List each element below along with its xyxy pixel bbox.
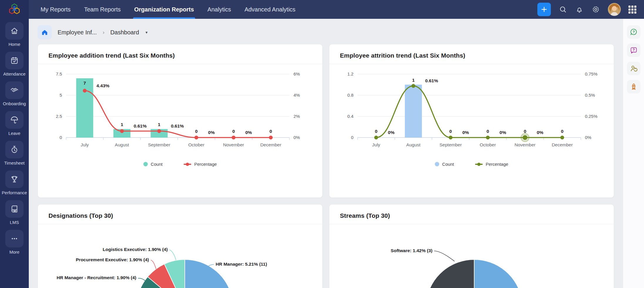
card-designations-pie: Designations (Top 30) Logistics Executiv… bbox=[38, 204, 323, 288]
legend-swatch bbox=[143, 162, 148, 166]
leave-icon bbox=[10, 115, 19, 124]
sidebar-item-label: Performance bbox=[2, 190, 27, 195]
svg-text:?: ? bbox=[633, 48, 635, 52]
svg-text:0.61%: 0.61% bbox=[171, 123, 184, 128]
svg-text:5: 5 bbox=[60, 93, 62, 98]
legend-label: Percentage bbox=[486, 162, 508, 167]
people-share-button[interactable] bbox=[627, 62, 640, 75]
top-navbar: My ReportsTeam ReportsOrganization Repor… bbox=[0, 0, 644, 19]
sidebar-item-leave[interactable]: Leave bbox=[5, 111, 24, 136]
svg-text:0: 0 bbox=[375, 129, 378, 134]
sidebar-item-onboarding[interactable]: Onboarding bbox=[3, 81, 26, 106]
help-bubble-button[interactable]: ? bbox=[627, 25, 640, 39]
svg-text:0: 0 bbox=[269, 129, 272, 134]
svg-text:0: 0 bbox=[195, 129, 198, 134]
svg-text:0.75%: 0.75% bbox=[585, 71, 598, 76]
svg-text:0: 0 bbox=[449, 129, 452, 134]
svg-text:October: October bbox=[480, 142, 496, 147]
pie-chart-svg: Software: 1.42% (3) bbox=[340, 224, 604, 288]
svg-text:1: 1 bbox=[412, 78, 415, 83]
breadcrumb-module[interactable]: Employee Inf... bbox=[58, 29, 97, 36]
tab-team-reports[interactable]: Team Reports bbox=[84, 0, 121, 19]
legend-item-count[interactable]: Count bbox=[435, 162, 454, 167]
tab-organization-reports[interactable]: Organization Reports bbox=[134, 0, 194, 19]
svg-text:0: 0 bbox=[60, 135, 62, 140]
card-title: Streams (Top 30) bbox=[340, 212, 603, 219]
sidebar-item-home[interactable]: Home bbox=[5, 22, 24, 47]
svg-text:August: August bbox=[406, 142, 421, 147]
performance-icon bbox=[10, 175, 19, 184]
legend-swatch bbox=[435, 162, 439, 166]
svg-text:Procurement Executive: 1.90% (: Procurement Executive: 1.90% (4) bbox=[76, 257, 149, 262]
attendance-icon bbox=[10, 56, 19, 65]
search-icon bbox=[559, 5, 567, 14]
svg-text:September: September bbox=[440, 142, 462, 147]
designations-pie-chart: Logistics Executive: 1.90% (4)Procuremen… bbox=[38, 224, 322, 288]
combo-chart-svg: 7.56%54%2.52%00%JulyAugustSeptemberOctob… bbox=[48, 64, 312, 159]
apps-grid-icon[interactable] bbox=[628, 6, 636, 14]
sidebar-item-lms[interactable]: LMS bbox=[5, 200, 24, 225]
sidebar-tile bbox=[5, 81, 24, 99]
sidebar-item-label: Home bbox=[9, 42, 20, 47]
employee-addition-chart: 7.56%54%2.52%00%JulyAugustSeptemberOctob… bbox=[38, 64, 322, 159]
card-streams-pie: Streams (Top 30) Software: 1.42% (3) bbox=[329, 204, 614, 288]
svg-text:0%: 0% bbox=[208, 130, 215, 135]
svg-text:0.8: 0.8 bbox=[347, 93, 353, 98]
svg-text:September: September bbox=[148, 142, 170, 147]
combo-chart-svg: 1.20.75%0.80.5%0.40.25%00%JulyAugustSept… bbox=[340, 64, 604, 159]
user-avatar[interactable] bbox=[608, 3, 621, 16]
tab-my-reports[interactable]: My Reports bbox=[41, 0, 71, 19]
svg-text:November: November bbox=[514, 142, 536, 147]
legend-item-percentage[interactable]: Percentage bbox=[475, 162, 508, 167]
legend-item-percentage[interactable]: Percentage bbox=[184, 162, 217, 167]
legend-item-count[interactable]: Count bbox=[143, 162, 162, 167]
home-icon bbox=[10, 26, 19, 35]
timesheet-icon bbox=[10, 145, 19, 154]
gear-button[interactable] bbox=[591, 5, 600, 14]
zoho-people-logo[interactable] bbox=[5, 1, 24, 19]
card-employee-attrition-trend: Employee attrition trend (Last Six Month… bbox=[329, 44, 614, 198]
sidebar-item-more[interactable]: More bbox=[5, 230, 24, 254]
faq-bubble-icon: ? bbox=[630, 46, 638, 54]
rocket-button[interactable] bbox=[627, 80, 640, 93]
bell-button[interactable] bbox=[575, 5, 584, 14]
breadcrumb-page[interactable]: Dashboard bbox=[110, 29, 139, 36]
add-button[interactable] bbox=[537, 3, 551, 16]
chart-legend: CountPercentage bbox=[329, 162, 614, 167]
bell-icon bbox=[575, 5, 583, 14]
dashboard-grid: Employee addition trend (Last Six Months… bbox=[29, 44, 623, 288]
svg-text:0.5%: 0.5% bbox=[585, 93, 595, 98]
sidebar-tile bbox=[5, 230, 24, 247]
tab-analytics[interactable]: Analytics bbox=[207, 0, 231, 19]
svg-text:0.61%: 0.61% bbox=[134, 123, 147, 128]
legend-label: Count bbox=[151, 162, 162, 167]
svg-text:December: December bbox=[552, 142, 573, 147]
breadcrumb-dropdown-caret[interactable]: ▾ bbox=[145, 30, 147, 35]
streams-pie-chart: Software: 1.42% (3) bbox=[329, 224, 614, 288]
sidebar-item-label: Onboarding bbox=[3, 101, 26, 106]
home-icon bbox=[41, 29, 48, 36]
tab-advanced-analytics[interactable]: Advanced Analytics bbox=[244, 0, 295, 19]
svg-text:July: July bbox=[81, 142, 89, 147]
svg-text:HR Manager: 5.21% (11): HR Manager: 5.21% (11) bbox=[216, 262, 267, 267]
svg-text:1: 1 bbox=[158, 122, 160, 127]
svg-text:0%: 0% bbox=[294, 135, 300, 140]
svg-text:July: July bbox=[372, 142, 380, 147]
search-button[interactable] bbox=[559, 5, 567, 14]
svg-text:0: 0 bbox=[524, 129, 526, 134]
svg-text:0: 0 bbox=[487, 129, 489, 134]
breadcrumb-separator: › bbox=[103, 29, 104, 36]
chart-legend: CountPercentage bbox=[38, 162, 322, 167]
svg-text:0%: 0% bbox=[462, 130, 469, 135]
svg-text:1: 1 bbox=[121, 122, 123, 127]
legend-label: Percentage bbox=[194, 162, 217, 167]
svg-text:0: 0 bbox=[561, 129, 564, 134]
sidebar-item-attendance[interactable]: Attendance bbox=[3, 52, 26, 76]
svg-text:0%: 0% bbox=[388, 130, 395, 135]
breadcrumb-home-button[interactable] bbox=[38, 25, 52, 39]
sidebar-item-performance[interactable]: Performance bbox=[2, 170, 27, 195]
sidebar-item-timesheet[interactable]: Timesheet bbox=[4, 141, 24, 165]
primary-tabs: My ReportsTeam ReportsOrganization Repor… bbox=[41, 0, 296, 19]
faq-bubble-button[interactable]: ? bbox=[627, 43, 640, 57]
card-title: Employee addition trend (Last Six Months… bbox=[48, 52, 312, 59]
